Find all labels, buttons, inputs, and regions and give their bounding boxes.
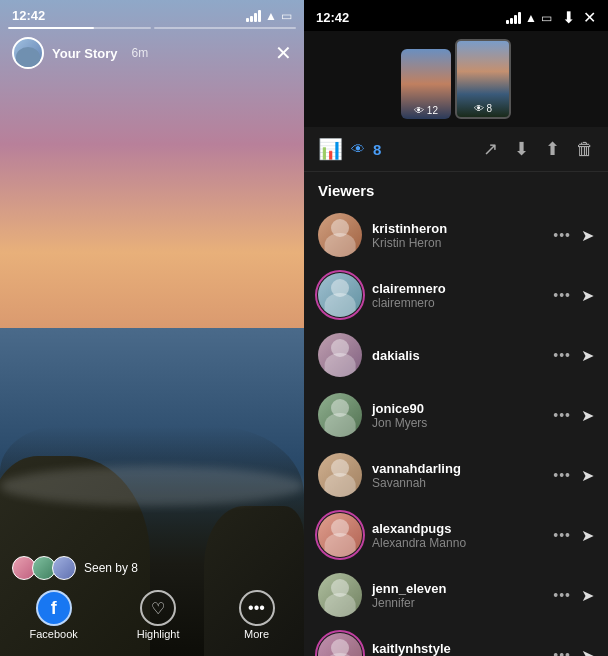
viewer-username: jenn_eleven [372, 581, 543, 596]
viewer-avatar-0 [318, 213, 362, 257]
viewer-more-button[interactable]: ••• [553, 347, 571, 363]
viewer-username: clairemnero [372, 281, 543, 296]
seen-avatar-3 [52, 556, 76, 580]
story-close-button[interactable]: ✕ [275, 41, 292, 65]
viewer-username: alexandpugs [372, 521, 543, 536]
viewer-more-button[interactable]: ••• [553, 467, 571, 483]
viewer-username: dakialis [372, 348, 543, 363]
more-label: More [244, 628, 269, 640]
story-thumbnails: 👁 12 👁 8 [304, 31, 608, 127]
viewer-send-button[interactable]: ➤ [581, 406, 594, 425]
viewer-avatar-5 [318, 513, 362, 557]
progress-segment-2 [154, 27, 297, 29]
close-panel-button[interactable]: ✕ [583, 8, 596, 27]
status-bar: 12:42 ▲ ▭ [0, 0, 304, 27]
viewer-realname: Kristin Heron [372, 236, 543, 250]
view-count: 8 [373, 141, 381, 158]
right-signal-icon [506, 12, 521, 24]
viewer-info-3: jonice90 Jon Myers [372, 401, 543, 430]
viewer-item: kristinheron Kristin Heron ••• ➤ [304, 205, 608, 265]
viewer-avatar-3 [318, 393, 362, 437]
story-owner-avatar [12, 37, 44, 69]
viewer-realname: Jennifer [372, 596, 543, 610]
story-user-row: Your Story 6m ✕ [0, 29, 304, 77]
save-icon[interactable]: ⬇ [514, 138, 529, 160]
share-icon[interactable]: ⬆ [545, 138, 560, 160]
viewer-send-button[interactable]: ➤ [581, 346, 594, 365]
viewer-username: kaitlynhstyle [372, 641, 543, 656]
viewers-header: Viewers [304, 172, 608, 205]
viewer-actions-4: ••• ➤ [553, 466, 594, 485]
viewer-username: kristinheron [372, 221, 543, 236]
status-icons: ▲ ▭ [246, 9, 292, 23]
viewer-item: alexandpugs Alexandra Manno ••• ➤ [304, 505, 608, 565]
story-thumbnail-1[interactable]: 👁 12 [401, 49, 451, 119]
viewer-send-button[interactable]: ➤ [581, 526, 594, 545]
facebook-icon: f [36, 590, 72, 626]
viewer-send-button[interactable]: ➤ [581, 226, 594, 245]
viewer-info-1: clairemnero clairemnero [372, 281, 543, 310]
viewer-info-0: kristinheron Kristin Heron [372, 221, 543, 250]
viewer-avatar-7 [318, 633, 362, 656]
viewer-item: vannahdarling Savannah ••• ➤ [304, 445, 608, 505]
viewer-actions-6: ••• ➤ [553, 586, 594, 605]
viewer-username: vannahdarling [372, 461, 543, 476]
story-footer: Seen by 8 f Facebook ♡ Highlight ••• Mor… [0, 550, 304, 656]
viewer-item: clairemnero clairemnero ••• ➤ [304, 265, 608, 325]
viewer-actions-1: ••• ➤ [553, 286, 594, 305]
trending-icon[interactable]: ↗ [483, 138, 498, 160]
viewer-more-button[interactable]: ••• [553, 227, 571, 243]
signal-icon [246, 10, 261, 22]
battery-icon: ▭ [281, 9, 292, 23]
viewer-avatar-4 [318, 453, 362, 497]
story-panel: 12:42 ▲ ▭ Your Story 6m ✕ [0, 0, 304, 656]
viewer-send-button[interactable]: ➤ [581, 586, 594, 605]
story-thumbnail-2[interactable]: 👁 8 [455, 39, 511, 119]
delete-icon[interactable]: 🗑 [576, 139, 594, 160]
viewers-panel: 12:42 ▲ ▭ ⬇ ✕ 👁 12 👁 8 📊 👁 8 ↗ [304, 0, 608, 656]
viewer-more-button[interactable]: ••• [553, 407, 571, 423]
story-user-info: Your Story 6m [12, 37, 148, 69]
viewer-more-button[interactable]: ••• [553, 647, 571, 656]
viewer-send-button[interactable]: ➤ [581, 286, 594, 305]
story-owner-name: Your Story [52, 46, 118, 61]
viewer-actions-7: ••• ➤ [553, 646, 594, 657]
story-foam [0, 466, 304, 506]
viewer-realname: Savannah [372, 476, 543, 490]
download-icon[interactable]: ⬇ [562, 8, 575, 27]
viewer-send-button[interactable]: ➤ [581, 646, 594, 657]
thumb2-count: 👁 8 [474, 103, 492, 114]
viewer-avatar-2 [318, 333, 362, 377]
viewer-realname: Jon Myers [372, 416, 543, 430]
highlight-button[interactable]: ♡ Highlight [137, 590, 180, 640]
facebook-share-button[interactable]: f Facebook [29, 590, 77, 640]
viewer-item: kaitlynhstyle Kaitlyn h style ••• ➤ [304, 625, 608, 656]
viewer-more-button[interactable]: ••• [553, 527, 571, 543]
viewer-item: jonice90 Jon Myers ••• ➤ [304, 385, 608, 445]
right-status-bar: 12:42 ▲ ▭ ⬇ ✕ [304, 0, 608, 31]
progress-segment-1 [8, 27, 151, 29]
viewer-realname: clairemnero [372, 296, 543, 310]
viewer-avatar-6 [318, 573, 362, 617]
highlight-icon: ♡ [140, 590, 176, 626]
right-battery-icon: ▭ [541, 11, 552, 25]
more-button[interactable]: ••• More [239, 590, 275, 640]
metrics-actions: ↗ ⬇ ⬆ 🗑 [483, 138, 594, 160]
viewer-more-button[interactable]: ••• [553, 587, 571, 603]
story-header: 12:42 ▲ ▭ Your Story 6m ✕ [0, 0, 304, 77]
viewer-info-5: alexandpugs Alexandra Manno [372, 521, 543, 550]
seen-text: Seen by 8 [84, 561, 138, 575]
highlight-label: Highlight [137, 628, 180, 640]
viewer-item: dakialis ••• ➤ [304, 325, 608, 385]
eye-icon: 👁 [351, 141, 365, 157]
wifi-icon: ▲ [265, 9, 277, 23]
viewer-info-2: dakialis [372, 348, 543, 363]
viewer-more-button[interactable]: ••• [553, 287, 571, 303]
viewer-username: jonice90 [372, 401, 543, 416]
status-time: 12:42 [12, 8, 45, 23]
right-status-time: 12:42 [316, 10, 349, 25]
viewer-actions-5: ••• ➤ [553, 526, 594, 545]
viewer-info-7: kaitlynhstyle Kaitlyn h style [372, 641, 543, 657]
thumb1-count: 👁 12 [414, 105, 438, 116]
viewer-send-button[interactable]: ➤ [581, 466, 594, 485]
